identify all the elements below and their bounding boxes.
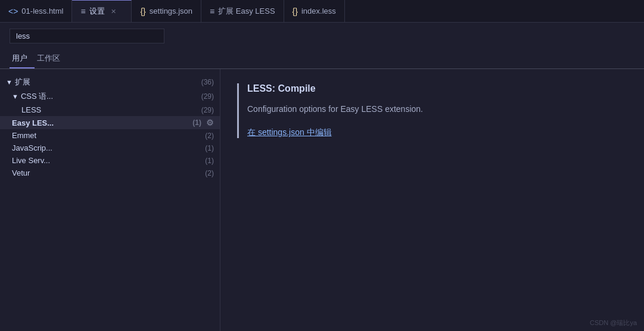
tree-root-label: 扩展 <box>15 77 199 88</box>
tab-html[interactable]: <> 01-less.html <box>0 0 72 22</box>
tree-item-easy-less-label: Easy LES... <box>12 118 190 127</box>
tree-item-live-count: (1) <box>205 157 214 165</box>
less-file-icon: {} <box>293 7 298 16</box>
settings-tree: ▼ 扩展 (36) ▼ CSS 语... (29) LESS (29) Easy… <box>0 69 220 331</box>
tab-html-label: 01-less.html <box>21 7 63 15</box>
tab-index-less-label: index.less <box>301 7 336 15</box>
tab-easy-less[interactable]: ≡ 扩展 Easy LESS <box>201 0 284 22</box>
tab-settings-json-label: settings.json <box>150 7 192 15</box>
tree-root-count: (36) <box>201 78 214 86</box>
tree-item-vetur[interactable]: Vetur (2) <box>0 167 220 179</box>
tree-item-css-lang[interactable]: ▼ CSS 语... (29) <box>0 89 220 104</box>
search-input[interactable] <box>10 29 164 43</box>
extension-icon: ≡ <box>210 7 214 16</box>
tree-item-css-count: (29) <box>201 92 214 101</box>
tab-bar: <> 01-less.html ≡ 设置 ✕ {} settings.json … <box>0 0 644 23</box>
scope-tab-user[interactable]: 用户 <box>10 51 35 68</box>
tree-item-less-label: LESS <box>21 105 199 114</box>
tree-item-vetur-label: Vetur <box>12 168 203 177</box>
detail-title: LESS: Compile <box>247 83 627 94</box>
tree-root-extensions[interactable]: ▼ 扩展 (36) <box>0 75 220 89</box>
detail-description: Configuration options for Easy LESS exte… <box>247 102 627 115</box>
tree-item-emmet[interactable]: Emmet (2) <box>0 129 220 142</box>
tree-item-js-label: JavaScrip... <box>12 143 203 152</box>
tab-settings-json[interactable]: {} settings.json <box>132 0 201 22</box>
tree-item-emmet-label: Emmet <box>12 131 203 140</box>
tree-item-less[interactable]: LESS (29) <box>0 104 220 116</box>
tree-item-emmet-count: (2) <box>205 132 214 140</box>
tree-item-easy-less-count: (1) <box>192 118 201 127</box>
tree-item-live-label: Live Serv... <box>12 156 203 165</box>
tab-settings[interactable]: ≡ 设置 ✕ <box>72 0 132 22</box>
watermark: CSDN @瑞比ya <box>590 318 637 327</box>
chevron-down-icon: ▼ <box>6 79 13 86</box>
html-file-icon: <> <box>8 7 18 16</box>
close-icon[interactable]: ✕ <box>111 8 116 15</box>
main-layout: 用户 工作区 ▼ 扩展 (36) ▼ CSS 语... (29) <box>0 23 644 331</box>
tree-item-css-label: CSS 语... <box>21 91 199 102</box>
tab-easy-less-label: 扩展 Easy LESS <box>218 6 275 17</box>
gear-icon[interactable]: ⚙ <box>206 118 214 127</box>
tree-item-vetur-count: (2) <box>205 169 214 177</box>
json-file-icon: {} <box>140 7 145 16</box>
tree-item-easy-less[interactable]: Easy LES... (1) ⚙ <box>0 116 220 129</box>
settings-icon: ≡ <box>80 7 85 16</box>
detail-panel: LESS: Compile Configuration options for … <box>220 69 644 331</box>
scope-tab-workspace[interactable]: 工作区 <box>35 51 67 68</box>
tree-item-less-count: (29) <box>201 106 214 114</box>
search-bar <box>0 23 644 48</box>
tree-item-js-count: (1) <box>205 144 214 152</box>
tab-index-less[interactable]: {} index.less <box>284 0 345 22</box>
tab-settings-label: 设置 <box>89 6 105 17</box>
edit-settings-link[interactable]: 在 settings.json 中编辑 <box>247 127 332 137</box>
content-area: ▼ 扩展 (36) ▼ CSS 语... (29) LESS (29) Easy… <box>0 69 644 331</box>
tree-item-javascript[interactable]: JavaScrip... (1) <box>0 142 220 154</box>
tree-item-live-server[interactable]: Live Serv... (1) <box>0 154 220 167</box>
chevron-down-icon-css: ▼ <box>12 93 18 100</box>
scope-tabs: 用户 工作区 <box>0 48 644 69</box>
